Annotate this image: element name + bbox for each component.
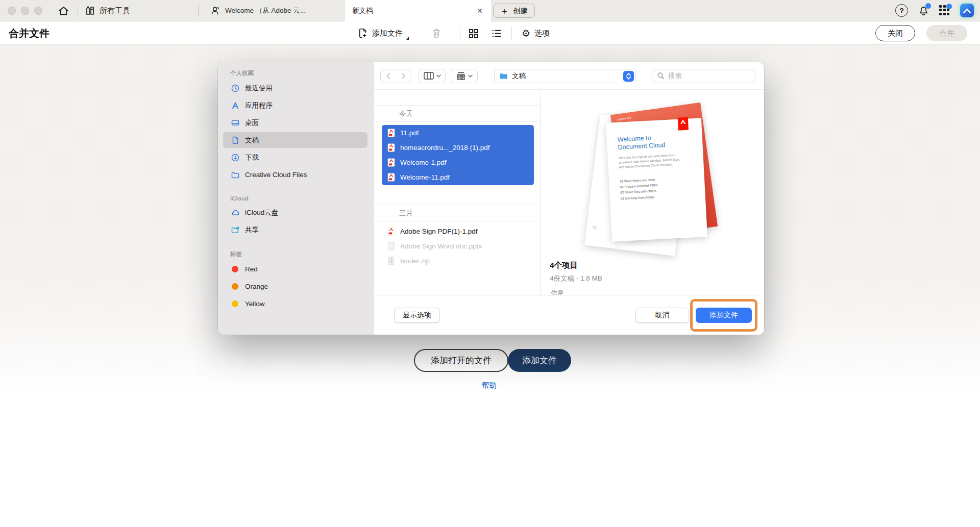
file-name: homeacrordru..._2018 (1).pdf — [400, 144, 490, 152]
dialog-footer: 显示选项 取消 添加文件 — [374, 295, 764, 335]
column-view-button[interactable] — [419, 69, 446, 83]
search-icon — [657, 72, 665, 80]
back-button[interactable] — [380, 69, 396, 83]
search-input[interactable] — [668, 72, 740, 80]
applications-icon — [230, 101, 240, 110]
person-icon — [210, 6, 220, 16]
download-icon — [230, 153, 240, 162]
march-files: Adobe Sign PDF(1)-1.pdf Adobe Sign Word … — [382, 224, 534, 268]
help-link[interactable]: 帮助 — [482, 381, 497, 390]
orange-tag-icon — [232, 283, 238, 290]
list-view-icon — [491, 28, 502, 39]
sidebar-item-downloads[interactable]: 下载 — [223, 149, 368, 165]
file-list: 今天 11.pdf homeacrordru..._2018 (1).pdf — [374, 90, 541, 295]
create-button[interactable]: ＋ 创建 — [493, 4, 535, 18]
pdf-file-icon — [386, 129, 396, 137]
file-name: Adobe Sign Word doc.pptx — [400, 242, 482, 250]
file-name: Welcome-1.pdf — [400, 159, 447, 166]
file-row-disabled: Adobe Sign Word doc.pptx — [382, 239, 534, 254]
zip-file-icon — [386, 257, 396, 265]
pdf-file-icon — [386, 173, 396, 182]
combine-button-disabled[interactable]: 合并 — [926, 25, 967, 41]
file-name: binder.zip — [400, 257, 430, 265]
chevron-down-icon — [468, 74, 473, 78]
show-options-button[interactable]: 显示选项 — [394, 308, 440, 323]
add-files-page-button[interactable]: 添加文件 — [508, 349, 571, 372]
all-tools-button[interactable]: 所有工具 — [85, 3, 130, 18]
grid-view-icon — [468, 28, 479, 39]
sidebar-item-desktop[interactable]: 桌面 — [223, 115, 368, 131]
close-button[interactable]: 关闭 — [875, 25, 915, 41]
sidebar-item-label: iCloud云盘 — [245, 208, 278, 217]
sidebar-item-creative-cloud[interactable]: Creative Cloud Files — [223, 167, 368, 183]
delete-button[interactable] — [431, 28, 442, 39]
options-button[interactable]: ⚙ 选项 — [522, 29, 550, 38]
tab-new-document[interactable]: 新文档 ✕ — [345, 0, 491, 21]
sidebar-item-label: Creative Cloud Files — [245, 171, 307, 179]
home-icon — [58, 5, 69, 17]
document-icon — [230, 136, 240, 145]
trash-icon — [431, 28, 442, 39]
sidebar-item-icloud-drive[interactable]: iCloud云盘 — [223, 205, 368, 220]
preview-page-front: Welcome to Document Cloud Here are four … — [606, 118, 707, 241]
tags-header: 标签 — [230, 250, 368, 258]
top-bar: 所有工具 Welcome （从 Adobe 云... 新文档 ✕ ＋ 创建 ? — [0, 0, 980, 21]
help-button[interactable]: ? — [895, 4, 908, 17]
cancel-button[interactable]: 取消 — [635, 308, 689, 323]
sidebar-tag-orange[interactable]: Orange — [223, 279, 368, 294]
add-files-label: 添加文件 — [372, 29, 403, 38]
window-minimize-button[interactable] — [21, 7, 29, 15]
all-tools-label: 所有工具 — [100, 6, 130, 16]
sidebar-tag-red[interactable]: Red — [223, 261, 368, 277]
tab-close-button[interactable]: ✕ — [475, 6, 485, 16]
sidebar-tag-yellow[interactable]: Yellow — [223, 296, 368, 312]
home-button[interactable] — [56, 4, 70, 17]
list-view-button[interactable] — [491, 28, 502, 39]
create-label: 创建 — [513, 6, 528, 16]
file-row[interactable]: Adobe Sign PDF(1)-1.pdf — [382, 224, 534, 239]
notifications-button[interactable] — [918, 5, 929, 16]
sidebar-item-shared[interactable]: 共享 — [223, 222, 368, 238]
window-close-button[interactable] — [8, 7, 16, 15]
acrobat-window: 所有工具 Welcome （从 Adobe 云... 新文档 ✕ ＋ 创建 ? — [0, 0, 980, 431]
acrobat-logo-icon[interactable] — [960, 4, 974, 17]
forward-button[interactable] — [396, 69, 411, 83]
pptx-file-icon — [386, 242, 396, 250]
grid-view-button[interactable] — [468, 28, 479, 39]
options-label: 选项 — [534, 29, 550, 38]
tab-welcome[interactable]: Welcome （从 Adobe 云... — [203, 0, 343, 21]
divider — [198, 5, 199, 16]
file-open-dialog: 个人收藏 最近使用 应用程序 桌面 文稿 下载 — [218, 62, 764, 335]
add-open-files-button[interactable]: 添加打开的文件 — [414, 349, 508, 372]
combine-toolbar: 添加文件 ⚙ 选项 — [357, 21, 550, 45]
selection-count: 4个项目 — [550, 260, 578, 271]
stepper-icon[interactable] — [623, 71, 634, 82]
spacer — [230, 184, 368, 195]
file-row[interactable]: homeacrordru..._2018 (1).pdf — [382, 140, 534, 155]
plus-icon: ＋ — [500, 7, 509, 15]
tab-new-document-label: 新文档 — [352, 6, 373, 15]
doc-tips-list: 01 Work where you want 02 Prepare polish… — [620, 174, 698, 202]
clipped-info-label: 信息 — [551, 289, 564, 295]
pdf-file-icon — [386, 143, 396, 152]
window-zoom-button[interactable] — [34, 7, 42, 15]
group-view-button[interactable] — [451, 69, 478, 83]
section-header-today: 今天 — [374, 105, 541, 122]
file-row[interactable]: Welcome-1.pdf — [382, 155, 534, 170]
file-row[interactable]: Welcome-11.pdf — [382, 170, 534, 185]
selected-files-group: 11.pdf homeacrordru..._2018 (1).pdf Welc… — [382, 125, 534, 185]
page-title: 合并文件 — [9, 27, 50, 40]
location-dropdown[interactable]: 文稿 — [494, 69, 636, 83]
file-name: 11.pdf — [400, 129, 419, 137]
apps-button[interactable] — [939, 5, 950, 16]
sidebar-item-documents[interactable]: 文稿 — [223, 132, 368, 148]
dialog-content: 今天 11.pdf homeacrordru..._2018 (1).pdf — [374, 89, 764, 295]
sidebar-item-applications[interactable]: 应用程序 — [223, 97, 368, 113]
spacer — [230, 239, 368, 250]
dialog-add-files-button[interactable]: 添加文件 — [696, 308, 752, 323]
search-field[interactable] — [652, 69, 755, 83]
divider — [78, 5, 78, 16]
add-files-toolbar-button[interactable]: 添加文件 — [357, 28, 403, 39]
sidebar-item-recents[interactable]: 最近使用 — [223, 80, 368, 96]
file-row[interactable]: 11.pdf — [382, 126, 534, 140]
